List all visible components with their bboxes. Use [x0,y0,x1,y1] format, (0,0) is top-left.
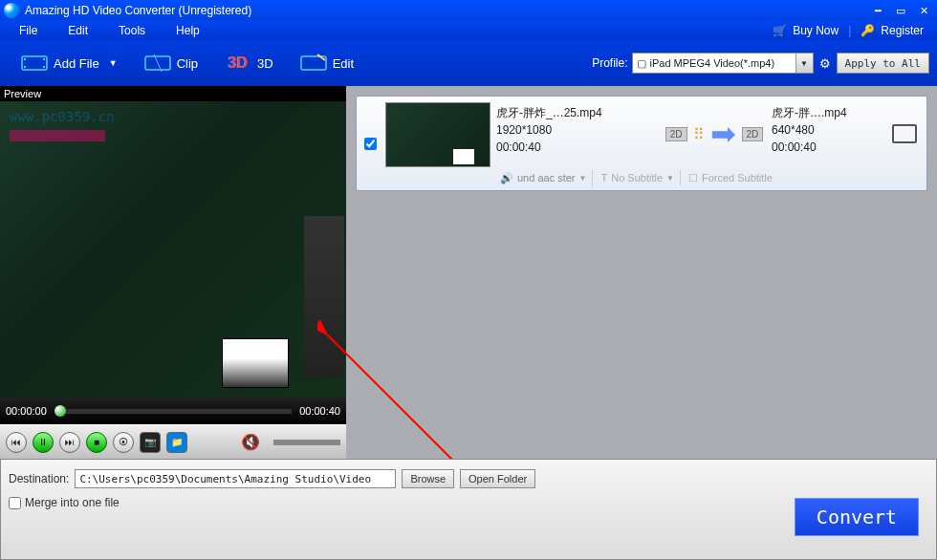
file-item[interactable]: 虎牙-胖炸_…25.mp4 1920*1080 00:00:40 2D ⠿ ➡ … [356,96,927,191]
edit-icon [300,53,327,74]
buy-now-label: Buy Now [793,24,839,37]
window-title: Amazing HD Video Converter (Unregistered… [25,4,868,17]
register-label: Register [881,24,924,37]
item-thumbnail [385,102,490,167]
profile-value: iPad MPEG4 Video(*.mp4) [650,57,775,69]
item-filename-out: 虎牙-胖….mp4 [772,104,886,121]
profile-label: Profile: [592,56,627,70]
mute-icon[interactable]: 🔇 [241,433,260,451]
speaker-icon: 🔊 [500,172,513,184]
clip-icon [144,53,171,74]
forced-subtitle-label: Forced Subtitle [702,172,773,183]
volume-slider[interactable] [273,440,340,445]
dropdown-icon: ▼ [109,58,118,68]
cart-icon: 🛒 [773,24,787,37]
edit-label: Edit [333,56,354,71]
item-filename: 虎牙-胖炸_…25.mp4 [496,104,657,121]
preview-pane: Preview www.pc0359.cn 00:00:00 00:00:40 … [0,86,346,459]
item-checkbox[interactable] [364,138,377,150]
preview-title: Preview [0,86,346,101]
audio-track-label: und aac ster [517,172,576,183]
badge-2d-in: 2D [665,127,687,141]
time-current: 00:00:00 [6,405,47,417]
prev-button[interactable]: ⏮ [6,432,27,453]
menu-bar: File Edit Tools Help 🛒 Buy Now | 🔑 Regis… [0,21,937,40]
film-icon [21,53,48,74]
edit-button[interactable]: Edit [287,47,367,79]
file-list-pane: 虎牙-胖炸_…25.mp4 1920*1080 00:00:40 2D ⠿ ➡ … [346,86,937,459]
profile-dropdown[interactable]: ▢ iPad MPEG4 Video(*.mp4) ▼ [632,53,814,74]
3d-icon: 3D [225,52,251,75]
title-bar: Amazing HD Video Converter (Unregistered… [0,0,937,21]
arrow-right-icon: ➡ [710,116,736,152]
3d-label: 3D [257,56,273,71]
seek-slider[interactable] [54,409,292,414]
player-controls: ⏮ ⏸ ⏭ ■ ⦿ 📷 📁 🔇 [0,424,346,459]
svg-rect-4 [43,66,45,68]
destination-input[interactable] [75,469,396,488]
svg-rect-3 [43,58,45,60]
browse-button[interactable]: Browse [402,469,454,488]
svg-line-7 [327,334,461,468]
play-pause-button[interactable]: ⏸ [33,432,54,453]
apply-to-all-button[interactable]: Apply to All [837,53,929,74]
checkbox-icon: ☐ [688,172,698,184]
register-button[interactable]: 🔑 Register [851,24,933,37]
forced-subtitle-toggle[interactable]: ☐ Forced Subtitle [683,170,778,186]
item-resolution-in: 1920*1080 [496,121,657,139]
stop-button[interactable]: ■ [86,432,107,453]
close-button[interactable]: ✕ [914,4,933,17]
item-checkbox-wrap [360,100,380,186]
step-button[interactable]: ⦿ [113,432,134,453]
audio-track-dropdown[interactable]: 🔊 und aac ster ▼ [494,170,593,186]
bottom-bar: Destination: Browse Open Folder Merge in… [0,459,937,560]
maximize-button[interactable]: ▭ [891,4,910,17]
dots-icon: ⠿ [693,125,705,143]
dropdown-caret-icon: ▼ [795,54,813,73]
item-subtoolbar: 🔊 und aac ster ▼ T No Subtitle ▼ ☐ Force… [494,168,923,187]
workspace: Preview www.pc0359.cn 00:00:00 00:00:40 … [0,86,937,459]
open-folder-button[interactable]: Open Folder [460,469,535,488]
badge-2d-out: 2D [742,127,764,141]
add-file-button[interactable]: Add File ▼ [8,47,131,79]
seek-knob[interactable] [54,405,66,417]
clip-button[interactable]: Clip [131,47,211,79]
game-overlay [304,216,344,378]
app-logo-icon [4,3,19,18]
snapshot-button[interactable]: 📷 [140,432,161,453]
menu-edit[interactable]: Edit [53,22,103,39]
settings-gear-icon[interactable]: ⚙ [819,56,831,71]
scrub-bar: 00:00:00 00:00:40 [0,398,346,424]
svg-rect-2 [24,66,26,68]
device-icon: ▢ [637,57,646,70]
clip-label: Clip [177,56,198,71]
watermark-text: www.pc0359.cn [10,109,115,124]
time-total: 00:00:40 [299,405,340,417]
dropdown-icon: ▼ [579,174,587,183]
add-file-label: Add File [54,56,99,71]
preview-video[interactable]: www.pc0359.cn [0,101,346,398]
buy-now-button[interactable]: 🛒 Buy Now [763,24,848,37]
menu-help[interactable]: Help [161,22,215,39]
subtitle-label: No Subtitle [611,172,663,183]
destination-label: Destination: [9,472,69,485]
item-duration-in: 00:00:40 [496,139,657,156]
dropdown-icon: ▼ [666,174,674,183]
menu-file[interactable]: File [4,22,53,39]
merge-checkbox-wrap[interactable]: Merge into one file [9,496,928,509]
minimize-button[interactable]: ━ [868,4,887,17]
subtitle-dropdown[interactable]: T No Subtitle ▼ [595,170,680,185]
toolbar: Add File ▼ Clip 3D 3D Edit Profile: ▢ iP… [0,40,937,86]
3d-button[interactable]: 3D 3D [211,46,287,80]
item-duration-out: 00:00:40 [772,139,886,156]
next-button[interactable]: ⏭ [59,432,80,453]
menu-tools[interactable]: Tools [103,22,161,39]
item-resolution-out: 640*480 [772,121,886,139]
merge-checkbox[interactable] [9,497,21,509]
text-icon: T [600,172,607,183]
key-icon: 🔑 [861,24,875,37]
svg-rect-1 [24,58,26,60]
open-folder-button[interactable]: 📁 [166,432,187,453]
convert-button[interactable]: Convert [795,498,919,536]
merge-label: Merge into one file [25,496,120,509]
